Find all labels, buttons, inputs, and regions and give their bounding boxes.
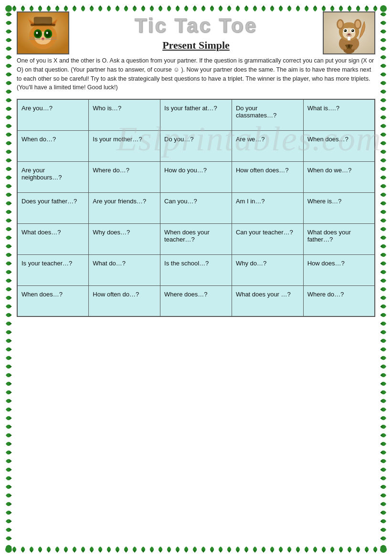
grid-cell-5-2[interactable]: Is the school…? <box>160 254 232 285</box>
grid-cell-6-2[interactable]: Where does…? <box>160 285 232 316</box>
grid-cell-2-0[interactable]: Are your neighbours…? <box>17 161 89 192</box>
grid-cell-4-0[interactable]: What does…? <box>17 223 89 254</box>
grid-cell-2-4[interactable]: When do we…? <box>303 161 375 192</box>
title-block: Tic Tac Toe Present Simple <box>17 14 375 52</box>
squirrel-image <box>323 11 375 54</box>
grid-cell-0-0[interactable]: Are you…? <box>17 99 89 130</box>
grid-cell-6-3[interactable]: What does your …? <box>232 285 303 316</box>
grid-cell-2-2[interactable]: How do you…? <box>160 161 232 192</box>
grid-row-5: Is your teacher…?What do…?Is the school…… <box>17 254 375 285</box>
header: Tic Tac Toe Present Simple <box>17 14 375 52</box>
grid-cell-1-2[interactable]: Do you…? <box>160 130 232 161</box>
grid-cell-5-0[interactable]: Is your teacher…? <box>17 254 89 285</box>
grid-row-1: When do…?Is your mother…?Do you…?Are we…… <box>17 130 375 161</box>
grid-cell-4-1[interactable]: Why does…? <box>89 223 160 254</box>
grid-cell-6-0[interactable]: When does…? <box>17 285 89 316</box>
grid-cell-6-1[interactable]: How often do…? <box>89 285 160 316</box>
grid-cell-1-0[interactable]: When do…? <box>17 130 89 161</box>
cat-image <box>17 11 69 54</box>
grid-cell-5-4[interactable]: How does…? <box>303 254 375 285</box>
grid-cell-6-4[interactable]: Where do…? <box>303 285 375 316</box>
svg-point-33 <box>352 30 353 31</box>
svg-point-30 <box>344 29 347 32</box>
svg-point-26 <box>355 21 360 28</box>
grid-row-2: Are your neighbours…?Where do…?How do yo… <box>17 161 375 192</box>
grid-cell-3-4[interactable]: Where is…? <box>303 192 375 223</box>
grid-cell-3-2[interactable]: Can you…? <box>160 192 232 223</box>
grid-cell-0-3[interactable]: Do your classmates…? <box>232 99 303 130</box>
svg-point-13 <box>42 38 44 40</box>
grid-row-6: When does…?How often do…?Where does…?Wha… <box>17 285 375 316</box>
svg-point-35 <box>348 33 350 35</box>
grid-cell-4-4[interactable]: What does your father…? <box>303 223 375 254</box>
grid-cell-0-2[interactable]: Is your father at…? <box>160 99 232 130</box>
grid-cell-1-1[interactable]: Is your mother…? <box>89 130 160 161</box>
grid-cell-3-0[interactable]: Does your father…? <box>17 192 89 223</box>
grid-row-3: Does your father…?Are your friends…?Can … <box>17 192 375 223</box>
svg-point-9 <box>35 31 41 37</box>
grid-row-4: What does…?Why does…?When does your teac… <box>17 223 375 254</box>
svg-point-25 <box>338 21 343 28</box>
svg-point-11 <box>36 32 38 34</box>
grid-cell-3-3[interactable]: Am I in…? <box>232 192 303 223</box>
svg-rect-19 <box>34 17 53 25</box>
grid-cell-0-4[interactable]: What is….? <box>303 99 375 130</box>
grid-cell-2-3[interactable]: How often does…? <box>232 161 303 192</box>
svg-point-12 <box>46 32 48 34</box>
grid-cell-5-3[interactable]: Why do…? <box>232 254 303 285</box>
main-title: Tic Tac Toe <box>17 14 375 37</box>
svg-point-10 <box>45 31 51 37</box>
grid-cell-3-1[interactable]: Are your friends…? <box>89 192 160 223</box>
svg-rect-39 <box>348 44 350 48</box>
instructions-text: One of you is X and the other is O. Ask … <box>17 56 375 92</box>
grid-cell-5-1[interactable]: What do…? <box>89 254 160 285</box>
svg-rect-36 <box>348 37 350 41</box>
svg-point-32 <box>344 30 345 31</box>
grid-cell-1-4[interactable]: When does…? <box>303 130 375 161</box>
grid-cell-1-3[interactable]: Are we…? <box>232 130 303 161</box>
grid-row-0: Are you…?Who is…?Is your father at…?Do y… <box>17 99 375 130</box>
subtitle: Present Simple <box>17 39 375 52</box>
ttt-grid: Are you…?Who is…?Is your father at…?Do y… <box>17 99 375 317</box>
border-top: // Will be rendered below <box>10 2 382 12</box>
grid-cell-4-3[interactable]: Can your teacher…? <box>232 223 303 254</box>
grid-cell-4-2[interactable]: When does your teacher…? <box>160 223 232 254</box>
grid-cell-0-1[interactable]: Who is…? <box>89 99 160 130</box>
grid-cell-2-1[interactable]: Where do…? <box>89 161 160 192</box>
svg-point-31 <box>351 29 354 32</box>
page-content: Eslprintables.com <box>17 14 375 317</box>
